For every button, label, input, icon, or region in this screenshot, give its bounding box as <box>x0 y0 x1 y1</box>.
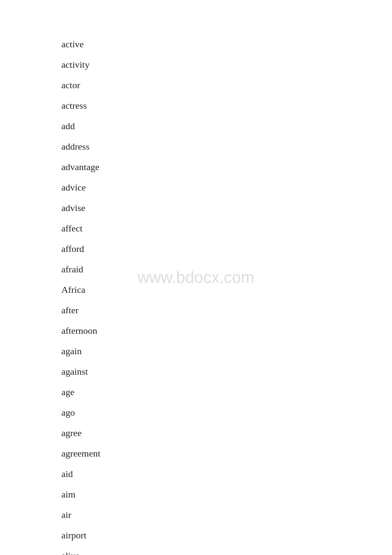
list-item: ago <box>61 402 392 423</box>
list-item: airport <box>61 525 392 546</box>
list-item: active <box>61 34 392 55</box>
list-item: aid <box>61 464 392 484</box>
list-item: affect <box>61 218 392 239</box>
word-list: activeactivityactoractressaddaddressadva… <box>0 0 392 555</box>
list-item: Africa <box>61 280 392 300</box>
list-item: activity <box>61 55 392 75</box>
list-item: add <box>61 116 392 136</box>
list-item: after <box>61 300 392 321</box>
list-item: afternoon <box>61 321 392 341</box>
list-item: afraid <box>61 259 392 280</box>
list-item: advise <box>61 198 392 218</box>
list-item: aim <box>61 484 392 505</box>
list-item: age <box>61 382 392 402</box>
list-item: advantage <box>61 157 392 177</box>
list-item: actor <box>61 75 392 95</box>
list-item: afford <box>61 239 392 259</box>
list-item: agreement <box>61 443 392 464</box>
list-item: against <box>61 361 392 382</box>
list-item: address <box>61 136 392 157</box>
list-item: air <box>61 505 392 525</box>
list-item: actress <box>61 95 392 116</box>
list-item: advice <box>61 177 392 198</box>
list-item: alive <box>61 546 392 555</box>
list-item: again <box>61 341 392 361</box>
list-item: agree <box>61 423 392 443</box>
